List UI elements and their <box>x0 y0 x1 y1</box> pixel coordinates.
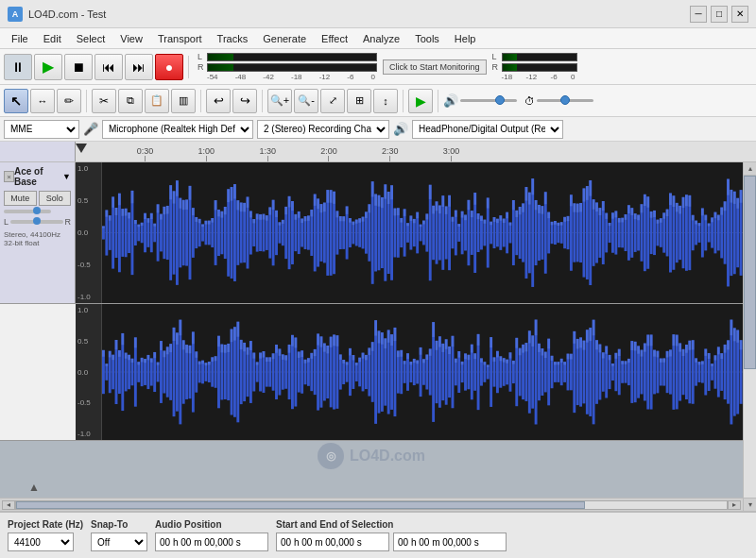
tool-undo[interactable]: ↩ <box>206 89 231 113</box>
meter-fill-mask-right <box>233 64 376 71</box>
tool-zoom-in[interactable]: 🔍+ <box>267 89 292 113</box>
pan-slider[interactable] <box>10 220 62 224</box>
ruler-marks-area: 0:30 1:00 1:30 2:00 2:30 3:00 <box>76 142 756 161</box>
menu-tracks[interactable]: Tracks <box>210 31 256 46</box>
tool-zoom-out[interactable]: 🔍- <box>294 89 318 113</box>
output-meters: L R -18 -12 -6 0 <box>492 52 577 81</box>
sep2 <box>86 90 87 112</box>
scroll-down-arrow[interactable]: ▾ <box>744 498 756 511</box>
scroll-up-arrow[interactable]: ▴ <box>744 162 756 176</box>
meter-fill-mask-left <box>233 54 376 60</box>
timeline-ruler: 0:30 1:00 1:30 2:00 2:30 3:00 <box>0 142 756 162</box>
close-button[interactable]: ✕ <box>731 6 748 23</box>
vscroll-bar[interactable] <box>744 176 756 498</box>
menu-bar: File Edit Select View Transport Tracks G… <box>0 28 756 49</box>
window-title: LO4D.com - Test <box>28 8 690 20</box>
skip-fwd-button[interactable]: ⏭ <box>125 54 153 80</box>
tool-zoom-tog[interactable]: ↕ <box>373 89 398 113</box>
volume-knob[interactable] <box>495 95 505 105</box>
menu-help[interactable]: Help <box>447 31 484 46</box>
api-select[interactable]: MME <box>4 120 79 139</box>
main-workspace: 0:30 1:00 1:30 2:00 2:30 3:00 <box>0 142 756 511</box>
microphone-select[interactable]: Microphone (Realtek High Defini <box>102 120 253 139</box>
speed-knob[interactable] <box>560 95 570 105</box>
pan-knob[interactable] <box>33 217 41 225</box>
track-menu-btn[interactable]: ▼ <box>62 172 71 181</box>
out-meter-right <box>502 63 577 72</box>
solo-button[interactable]: Solo <box>39 191 72 206</box>
menu-edit[interactable]: Edit <box>36 31 69 46</box>
hscroll-bar[interactable] <box>15 500 728 510</box>
waveform-canvas-top[interactable] <box>102 162 743 303</box>
menu-analyze[interactable]: Analyze <box>355 31 407 46</box>
waveform-top-canvas[interactable] <box>102 162 743 303</box>
tool-redo[interactable]: ↪ <box>232 89 257 113</box>
waveform-canvas-bottom[interactable] <box>102 304 743 440</box>
menu-tools[interactable]: Tools <box>407 31 447 46</box>
tool-fit-proj[interactable]: ⤢ <box>320 89 345 113</box>
tool-select[interactable]: ↔ <box>30 89 55 113</box>
maximize-button[interactable]: □ <box>711 6 728 23</box>
skip-back-button[interactable]: ⏮ <box>94 54 123 80</box>
y-axis-bottom: 1.0 0.5 0.0 -0.5 -1.0 <box>76 304 102 440</box>
speed-icon: ⏱ <box>524 95 535 107</box>
gain-knob[interactable] <box>33 207 41 214</box>
monitor-button[interactable]: Click to Start Monitoring <box>383 59 487 75</box>
tool-copy[interactable]: ⧉ <box>118 89 143 113</box>
audio-pos-input[interactable] <box>155 533 268 551</box>
speed-slider[interactable] <box>537 99 593 102</box>
tool-fit-sel[interactable]: ⊞ <box>347 89 371 113</box>
play-button[interactable]: ▶ <box>34 54 62 80</box>
tool-paste[interactable]: 📋 <box>145 89 169 113</box>
pan-left-label: L <box>4 217 9 227</box>
hscroll-thumb[interactable] <box>16 501 585 509</box>
pause-button[interactable]: ⏸ <box>4 54 32 80</box>
out-scale: -18 -12 -6 0 <box>492 73 576 81</box>
waveform-bottom-canvas[interactable] <box>102 304 743 440</box>
y-axis-top: 1.0 0.5 0.0 -0.5 -1.0 <box>76 162 102 303</box>
selection-start-input[interactable] <box>276 533 389 551</box>
menu-view[interactable]: View <box>112 31 150 46</box>
snap-to-select[interactable]: Off <box>91 533 147 551</box>
minimize-button[interactable]: ─ <box>690 6 707 23</box>
menu-transport[interactable]: Transport <box>150 31 210 46</box>
tool-cursor[interactable]: ↖ <box>4 89 28 113</box>
ruler-mark-2m30s: 2:30 <box>382 146 399 161</box>
level-meter-left <box>207 53 377 61</box>
menu-file[interactable]: File <box>4 31 36 46</box>
snap-to-label: Snap-To <box>91 519 147 530</box>
menu-select[interactable]: Select <box>69 31 113 46</box>
level-meters: L R -54 -48 -42 -18 -12 -6 0 <box>198 52 377 81</box>
mute-button[interactable]: Mute <box>4 191 37 206</box>
scroll-right-arrow[interactable]: ▸ <box>728 500 741 510</box>
channels-select[interactable]: 2 (Stereo) Recording Char <box>257 120 389 139</box>
pan-row: L R <box>4 217 71 227</box>
menu-generate[interactable]: Generate <box>255 31 314 46</box>
audio-pos-label: Audio Position <box>155 519 268 530</box>
title-bar: A LO4D.com - Test ─ □ ✕ <box>0 0 756 28</box>
tool-trim[interactable]: ▥ <box>171 89 196 113</box>
project-rate-group: Project Rate (Hz) 44100 <box>8 519 83 551</box>
output-select[interactable]: HeadPhone/Digital Output (Realt <box>412 120 563 139</box>
track-close-btn[interactable]: × <box>4 171 14 182</box>
tool-draw[interactable]: ✏ <box>57 89 81 113</box>
out-meter-row-R: R <box>492 62 577 72</box>
menu-effect[interactable]: Effect <box>314 31 355 46</box>
record-button[interactable]: ● <box>155 54 183 80</box>
meter-label-L: L <box>198 52 205 61</box>
collapse-button[interactable]: ▲ <box>28 481 40 494</box>
vscroll-thumb[interactable] <box>744 176 756 369</box>
stop-button[interactable]: ⏹ <box>64 54 93 80</box>
scroll-left-arrow[interactable]: ◂ <box>2 500 15 510</box>
tool-cut[interactable]: ✂ <box>92 89 116 113</box>
project-rate-select[interactable]: 44100 <box>8 533 74 551</box>
track-name-row: × Ace of Base ▼ <box>4 166 71 187</box>
gain-slider[interactable] <box>4 210 51 213</box>
tool-play-short[interactable]: ▶ <box>408 89 433 113</box>
selection-end-input[interactable] <box>393 533 507 551</box>
mute-solo-row: Mute Solo <box>4 191 71 206</box>
status-bar: Project Rate (Hz) 44100 Snap-To Off Audi… <box>0 511 756 558</box>
volume-slider[interactable] <box>460 99 517 102</box>
speaker-icon: 🔊 <box>393 122 408 136</box>
level-meter-right <box>207 63 377 72</box>
